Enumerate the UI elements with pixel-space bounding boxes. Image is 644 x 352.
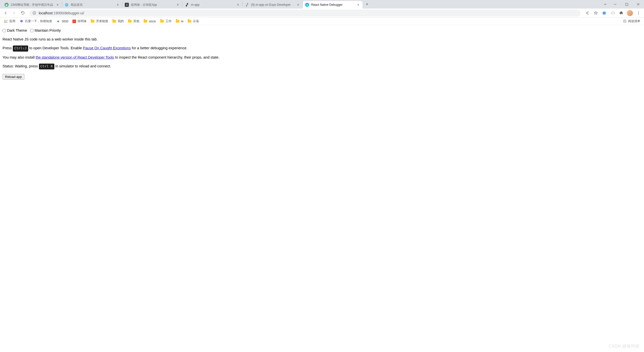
watermark: CSDN @徐同保 <box>609 344 639 349</box>
tab-search-button[interactable] <box>601 3 609 6</box>
red-c-icon: C <box>72 20 76 23</box>
minimize-button[interactable] <box>609 1 621 8</box>
tab-title: (9) m-app on Expo Developer <box>251 3 295 7</box>
bookmark-baidu[interactable]: ✪ 百度一下，你就知道 <box>18 18 54 24</box>
bookmark-label: 3000 <box>62 20 68 23</box>
close-icon[interactable]: × <box>356 3 360 7</box>
close-icon[interactable]: × <box>56 3 59 7</box>
svg-point-12 <box>4 20 5 21</box>
apps-shortcut[interactable]: 应用 <box>2 18 17 24</box>
svg-point-16 <box>6 21 6 22</box>
new-tab-button[interactable]: + <box>364 1 371 8</box>
browser-toolbar: localhost:19000/debugger-ui/ <box>0 9 644 18</box>
bookmark-label: 工作 <box>166 19 172 23</box>
dark-theme-label: Dark Theme <box>7 28 27 33</box>
site-info-icon[interactable] <box>32 11 36 15</box>
reading-list-label: 阅读清单 <box>628 19 640 23</box>
close-window-button[interactable] <box>632 1 644 8</box>
expo-icon: ▞ <box>185 3 189 7</box>
bookmark-3000[interactable]: ◆ 3000 <box>54 19 70 24</box>
folder-icon <box>128 19 132 23</box>
svg-point-19 <box>6 22 6 23</box>
url-text: localhost:19000/debugger-ui/ <box>39 11 84 15</box>
bookmark-folder-le[interactable]: le <box>174 19 185 24</box>
reading-list-icon <box>623 19 627 23</box>
bookmark-label: 开发链接 <box>96 19 108 23</box>
tab-2[interactable]: 豆 徐同保 - 豆伴匠App × <box>122 1 182 9</box>
bookmarks-bar: 应用 ✪ 百度一下，你就知道 ◆ 3000 C 徐同保 开发链接 我的 其他 s… <box>0 18 644 25</box>
options-row: Dark Theme Maintain Priority <box>3 28 641 33</box>
extensions-icon[interactable] <box>618 10 625 17</box>
menu-icon[interactable] <box>635 10 642 17</box>
tab-title: m-app <box>191 3 235 7</box>
address-bar[interactable]: localhost:19000/debugger-ui/ <box>29 10 581 17</box>
close-icon[interactable]: × <box>236 3 240 7</box>
page-content: Dark Theme Maintain Priority React Nativ… <box>0 25 644 82</box>
bookmark-label: le <box>181 20 183 23</box>
reload-button[interactable] <box>19 10 26 17</box>
svg-point-9 <box>638 12 639 12</box>
bookmark-folder-work[interactable]: 工作 <box>158 18 173 24</box>
bookmark-folder-other[interactable]: 其他 <box>126 18 141 24</box>
tab-0[interactable]: ◉ 2345网址导航 - 开创中国百年品 × <box>2 1 62 9</box>
pause-exceptions-link[interactable]: Pause On Caught Exceptions <box>83 46 131 50</box>
svg-point-10 <box>638 13 639 13</box>
cloud-icon[interactable] <box>609 10 616 17</box>
kbd-ctrl-r: Ctrl R <box>39 64 54 69</box>
globe-icon: 🌐 <box>65 3 69 7</box>
profile-avatar[interactable] <box>626 10 633 17</box>
forward-button[interactable] <box>11 10 18 17</box>
maintain-priority-checkbox[interactable] <box>30 29 33 32</box>
tab-title: 2345网址导航 - 开创中国百年品 <box>11 3 54 7</box>
svg-point-15 <box>4 21 5 22</box>
bookmark-label: 豆逼 <box>193 19 199 23</box>
back-button[interactable] <box>2 10 9 17</box>
browser-tab-strip: ◉ 2345网址导航 - 开创中国百年品 × 🌐 商品首页 × 豆 徐同保 - … <box>0 0 644 9</box>
bookmark-folder-devlinks[interactable]: 开发链接 <box>89 18 110 24</box>
star-icon[interactable] <box>592 10 599 17</box>
close-icon[interactable]: × <box>116 3 119 7</box>
svg-rect-21 <box>624 20 626 23</box>
react-devtools-icon[interactable] <box>601 10 608 17</box>
baidu-icon: ✪ <box>19 19 23 23</box>
close-icon[interactable]: × <box>296 3 300 7</box>
reload-app-button[interactable]: Reload app <box>3 74 24 80</box>
tab-title: 商品首页 <box>71 3 114 7</box>
tab-3[interactable]: ▞ m-app × <box>182 1 242 9</box>
svg-point-14 <box>7 20 7 21</box>
devtools-text: Press Ctrl⇧J to open Developer Tools. En… <box>3 45 641 51</box>
bookmark-label: stock <box>149 20 156 23</box>
bookmark-folder-mine[interactable]: 我的 <box>110 18 126 24</box>
svg-point-13 <box>6 20 6 21</box>
install-devtools-text: You may also install the standalone vers… <box>3 55 641 60</box>
dark-theme-checkbox[interactable] <box>3 29 6 32</box>
maintain-priority-label: Maintain Priority <box>35 28 61 33</box>
bookmark-label: 应用 <box>9 19 15 23</box>
bookmark-label: 我的 <box>118 19 124 23</box>
tab-5-active[interactable]: ● React Native Debugger × <box>303 1 363 9</box>
folder-icon <box>143 19 147 23</box>
bookmark-label: 徐同保 <box>77 19 87 23</box>
reading-list-button[interactable]: 阅读清单 <box>621 18 642 24</box>
maximize-button[interactable] <box>621 1 632 8</box>
share-icon[interactable] <box>584 10 591 17</box>
svg-point-17 <box>7 21 7 22</box>
bookmark-xutongbao[interactable]: C 徐同保 <box>71 18 88 24</box>
folder-icon <box>187 19 191 23</box>
bookmark-folder-stock[interactable]: stock <box>142 19 158 24</box>
svg-point-5 <box>604 13 605 13</box>
close-icon[interactable]: × <box>176 3 180 7</box>
tab-4[interactable]: ▞ (9) m-app on Expo Developer × <box>243 1 302 9</box>
tab-1[interactable]: 🌐 商品首页 × <box>62 1 122 9</box>
bookmark-folder-doubi[interactable]: 豆逼 <box>186 18 201 24</box>
svg-rect-1 <box>626 3 628 6</box>
tab-title: React Native Debugger <box>311 3 355 7</box>
standalone-devtools-link[interactable]: the standalone version of React Develope… <box>36 55 114 59</box>
folder-icon <box>160 19 164 23</box>
bookmark-label: 百度一下，你就知道 <box>25 19 52 23</box>
green-dot-icon: ◆ <box>56 19 60 23</box>
maintain-priority-option[interactable]: Maintain Priority <box>30 28 61 33</box>
folder-icon <box>112 19 116 23</box>
dark-theme-option[interactable]: Dark Theme <box>3 28 27 33</box>
bookmark-label: 其他 <box>133 19 139 23</box>
